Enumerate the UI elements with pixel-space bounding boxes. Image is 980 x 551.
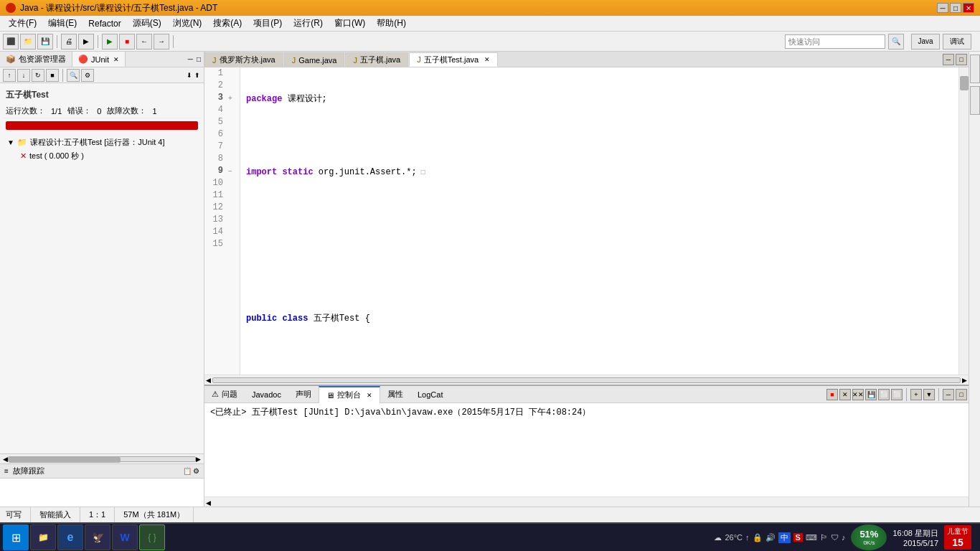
console-clear2-btn[interactable]: ✕✕: [852, 389, 864, 400]
start-button[interactable]: ⊞: [3, 524, 29, 550]
junit-collapse[interactable]: ⬇: [186, 71, 193, 80]
quick-access-input[interactable]: [785, 34, 885, 49]
toolbar-search-btn[interactable]: 🔍: [888, 34, 904, 50]
minimize-panel-btn[interactable]: ─: [187, 55, 194, 63]
tab-game[interactable]: J Game.java: [284, 52, 345, 67]
scroll-thumb[interactable]: [9, 457, 121, 463]
fault-filter-icon[interactable]: ⚙: [193, 467, 199, 475]
toolbar-save[interactable]: 💾: [37, 34, 53, 50]
tab-properties[interactable]: 属性: [380, 386, 410, 403]
tab-package-explorer[interactable]: 📦 包资源管理器: [0, 52, 72, 67]
tab-declaration[interactable]: 声明: [288, 386, 319, 403]
console-hscroll[interactable]: ◀ ▶: [204, 496, 969, 507]
toolbar-print[interactable]: 🖨: [61, 34, 77, 50]
tab-javadoc[interactable]: Javadoc: [245, 386, 288, 403]
menu-project[interactable]: 项目(P): [248, 16, 288, 31]
tab-logcat[interactable]: LogCat: [410, 386, 450, 403]
clock-date: 2015/5/17: [892, 539, 938, 547]
menu-refactor[interactable]: Refactor: [83, 17, 126, 30]
hscroll-right-icon[interactable]: ▶: [961, 377, 969, 384]
taskbar-ie[interactable]: e: [57, 524, 83, 550]
input-method-s[interactable]: S: [793, 533, 803, 542]
toolbar-open[interactable]: 📁: [20, 34, 36, 50]
fault-copy-icon[interactable]: 📋: [183, 467, 192, 475]
junit-tree-test[interactable]: ✕ test ( 0.000 秒 ): [6, 149, 198, 163]
console-open-btn[interactable]: ▼: [923, 389, 935, 400]
menu-file[interactable]: 文件(F): [3, 16, 42, 31]
tab-console[interactable]: 🖥 控制台 ✕: [319, 386, 380, 403]
code-text-area[interactable]: package 课程设计; import static org.junit.As…: [240, 67, 958, 375]
junit-stop[interactable]: ■: [46, 69, 59, 82]
console-layout2-btn[interactable]: ⬜: [891, 389, 903, 400]
close-button[interactable]: ✕: [963, 3, 974, 13]
junit-next[interactable]: ↓: [17, 69, 30, 82]
editor-vscroll[interactable]: [958, 67, 969, 375]
scroll-right-icon[interactable]: ▶: [196, 456, 201, 463]
tab-junit[interactable]: 🔴 JUnit ✕: [72, 52, 126, 67]
toolbar-stop[interactable]: ■: [119, 34, 135, 50]
minimize-button[interactable]: ─: [937, 3, 948, 13]
run-count-value: 1/1: [51, 107, 62, 116]
toolbar-debug[interactable]: ▶: [78, 34, 94, 50]
maximize-panel-btn[interactable]: □: [195, 55, 202, 63]
left-panel-hscroll[interactable]: ◀ ▶: [0, 453, 204, 463]
tab-maximize-btn[interactable]: □: [956, 54, 967, 65]
perspective-debug[interactable]: 调试: [943, 34, 971, 50]
junit-expand[interactable]: ⬆: [194, 71, 201, 80]
title-bar: Java - 课程设计/src/课程设计/五子棋Test.java - ADT …: [0, 0, 980, 16]
junit-close-icon[interactable]: ✕: [113, 56, 119, 63]
junit-filter2[interactable]: ⚙: [81, 69, 94, 82]
tab-minimize-btn[interactable]: ─: [943, 54, 954, 65]
console-hscroll-left[interactable]: ◀: [204, 499, 212, 507]
tree-expand-icon[interactable]: ▼: [7, 138, 14, 146]
menu-help[interactable]: 帮助(H): [371, 16, 412, 31]
toolbar-back[interactable]: ←: [136, 34, 152, 50]
menu-edit[interactable]: 编辑(E): [42, 16, 83, 31]
taskbar-app1[interactable]: 🦅: [85, 524, 110, 550]
menu-run[interactable]: 运行(R): [288, 16, 329, 31]
menu-source[interactable]: 源码(S): [127, 16, 167, 31]
sidebar-right-btn1[interactable]: [970, 55, 980, 83]
sidebar-right-btn2[interactable]: [970, 86, 980, 115]
junit-filter1[interactable]: 🔍: [67, 69, 80, 82]
toolbar-fwd[interactable]: →: [154, 34, 169, 50]
toolbar-new[interactable]: ⬛: [3, 34, 19, 50]
console-new-btn[interactable]: +: [910, 389, 922, 400]
toolbar-run[interactable]: ▶: [102, 34, 118, 50]
maximize-button[interactable]: □: [950, 3, 961, 13]
hscroll-track[interactable]: [212, 377, 961, 383]
festival-badge[interactable]: 儿童节 15: [944, 525, 971, 550]
scroll-track[interactable]: [8, 456, 196, 462]
junit-prev[interactable]: ↑: [3, 69, 16, 82]
tab-gomoku[interactable]: J 五子棋.java: [345, 52, 408, 67]
tab-close-icon[interactable]: ✕: [484, 56, 490, 63]
failure-value: 1: [152, 107, 156, 116]
menu-navigate[interactable]: 浏览(N): [167, 16, 208, 31]
tab-gomoku-test[interactable]: J 五子棋Test.java ✕: [409, 52, 498, 67]
battery-widget[interactable]: 51% 0K/s: [851, 524, 887, 550]
taskbar-explorer[interactable]: 📁: [30, 524, 56, 550]
taskbar-word[interactable]: W: [112, 524, 138, 550]
perspective-java[interactable]: Java: [911, 34, 940, 50]
taskbar-clock[interactable]: 16:08 星期日 2015/5/17: [892, 528, 938, 547]
menu-search[interactable]: 搜索(A): [207, 16, 248, 31]
tab-problems[interactable]: ⚠ 问题: [204, 386, 245, 403]
sound-icon: 🔊: [765, 533, 776, 542]
console-terminate-btn[interactable]: ■: [826, 389, 838, 400]
input-method-ch[interactable]: 中: [778, 532, 791, 543]
menu-window[interactable]: 窗口(W): [329, 16, 371, 31]
console-minimize-btn[interactable]: ─: [943, 389, 954, 400]
editor-hscroll[interactable]: ◀ ▶: [204, 375, 969, 385]
console-maximize-btn[interactable]: □: [956, 389, 967, 400]
tab-tetris[interactable]: J 俄罗斯方块.java: [204, 52, 283, 67]
console-layout-btn[interactable]: ⬜: [878, 389, 890, 400]
console-close-icon[interactable]: ✕: [367, 392, 372, 399]
scroll-left-icon[interactable]: ◀: [3, 456, 8, 463]
console-save-btn[interactable]: 💾: [865, 389, 877, 400]
hscroll-left-icon[interactable]: ◀: [204, 377, 212, 384]
taskbar-adt[interactable]: { }: [139, 524, 165, 550]
junit-rerun[interactable]: ↻: [32, 69, 44, 82]
vscroll-thumb[interactable]: [960, 76, 969, 90]
junit-tree-root[interactable]: ▼ 📁 课程设计:五子棋Test [运行器：JUnit 4]: [6, 136, 198, 149]
console-clear-btn[interactable]: ✕: [839, 389, 851, 400]
